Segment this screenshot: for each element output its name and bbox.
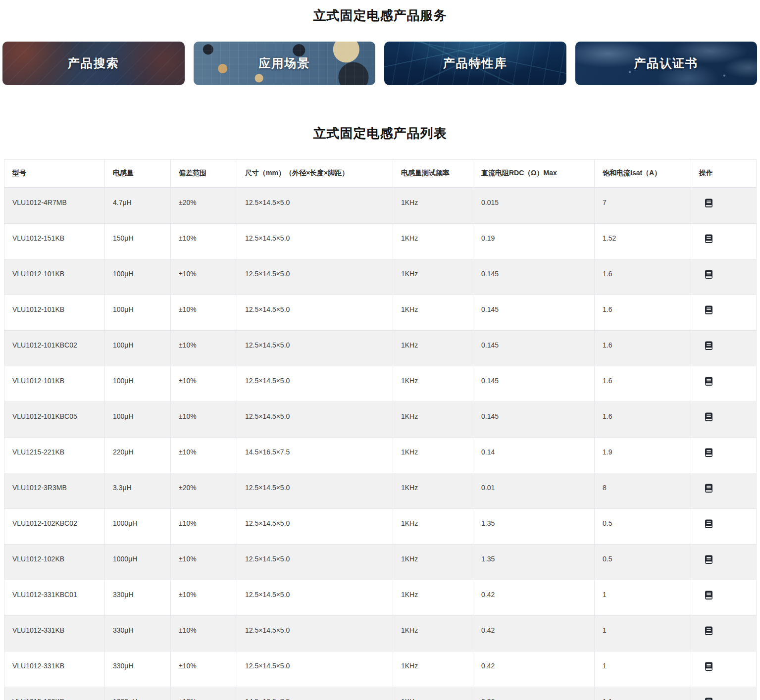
cell-isat: 1.1 xyxy=(595,687,691,700)
cell-model: VLU1012-101KBC02 xyxy=(4,331,105,366)
view-detail-button[interactable] xyxy=(705,698,713,700)
view-detail-button[interactable] xyxy=(705,377,713,386)
cell-action xyxy=(691,402,757,438)
table-row: VLU1012-4R7MB4.7μH±20%12.5×14.5×5.01KHz0… xyxy=(4,188,757,224)
cell-inductance: 330μH xyxy=(105,651,171,687)
view-detail-button[interactable] xyxy=(705,341,713,350)
cell-inductance: 1000μH xyxy=(105,545,171,580)
book-icon xyxy=(705,555,713,564)
view-detail-button[interactable] xyxy=(705,591,713,600)
banner-label: 应用场景 xyxy=(258,55,310,71)
cell-freq: 1KHz xyxy=(393,616,473,651)
cell-freq: 1KHz xyxy=(393,402,473,438)
cell-tolerance: ±10% xyxy=(171,259,237,295)
column-header: 型号 xyxy=(4,160,105,188)
book-icon xyxy=(705,662,713,671)
book-icon xyxy=(705,519,713,529)
cell-tolerance: ±10% xyxy=(171,295,237,331)
cell-isat: 1.6 xyxy=(595,366,691,402)
cell-isat: 1.6 xyxy=(595,295,691,331)
cell-tolerance: ±10% xyxy=(171,509,237,545)
book-icon xyxy=(705,698,713,700)
view-detail-button[interactable] xyxy=(705,626,713,636)
column-header: 饱和电流Isat（A） xyxy=(595,160,691,188)
cell-rdc: 0.01 xyxy=(473,473,595,509)
cell-tolerance: ±10% xyxy=(171,224,237,259)
cell-inductance: 330μH xyxy=(105,580,171,616)
cell-rdc: 0.19 xyxy=(473,224,595,259)
cell-rdc: 0.015 xyxy=(473,188,595,224)
cell-isat: 1.52 xyxy=(595,224,691,259)
cell-inductance: 330μH xyxy=(105,616,171,651)
banner-label: 产品搜索 xyxy=(68,55,119,71)
column-header: 电感量 xyxy=(105,160,171,188)
view-detail-button[interactable] xyxy=(705,305,713,315)
product-table-body: VLU1012-4R7MB4.7μH±20%12.5×14.5×5.01KHz0… xyxy=(4,188,757,700)
cell-rdc: 1.35 xyxy=(473,509,595,545)
book-icon xyxy=(705,270,713,279)
view-detail-button[interactable] xyxy=(705,555,713,564)
cell-tolerance: ±20% xyxy=(171,473,237,509)
table-row: VLU1012-151KB150μH±10%12.5×14.5×5.01KHz0… xyxy=(4,224,757,259)
cell-tolerance: ±10% xyxy=(171,438,237,473)
cell-rdc: 0.145 xyxy=(473,295,595,331)
cell-freq: 1KHz xyxy=(393,509,473,545)
column-header: 电感量测试频率 xyxy=(393,160,473,188)
banner-card-2[interactable]: 应用场景 xyxy=(194,42,376,85)
cell-size: 12.5×14.5×5.0 xyxy=(237,651,393,687)
cell-size: 12.5×14.5×5.0 xyxy=(237,331,393,366)
cell-inductance: 1000μH xyxy=(105,509,171,545)
cell-freq: 1KHz xyxy=(393,295,473,331)
cell-tolerance: ±10% xyxy=(171,366,237,402)
banner-card-4[interactable]: 产品认证书 xyxy=(575,42,758,85)
view-detail-button[interactable] xyxy=(705,519,713,529)
table-row: VLU1215-102KB1000μH±10%14.5×16.5×7.51KHz… xyxy=(4,687,757,700)
banner-label: 产品认证书 xyxy=(634,55,698,71)
view-detail-button[interactable] xyxy=(705,662,713,671)
cell-freq: 1KHz xyxy=(393,224,473,259)
cell-model: VLU1012-151KB xyxy=(4,224,105,259)
cell-size: 14.5×16.5×7.5 xyxy=(237,687,393,700)
cell-action xyxy=(691,188,757,224)
table-row: VLU1012-101KB100μH±10%12.5×14.5×5.01KHz0… xyxy=(4,259,757,295)
book-icon xyxy=(705,448,713,457)
view-detail-button[interactable] xyxy=(705,448,713,457)
product-table: 型号电感量偏差范围尺寸（mm）（外径×长度×脚距）电感量测试频率直流电阻RDC（… xyxy=(4,159,757,700)
cell-inductance: 100μH xyxy=(105,402,171,438)
cell-rdc: 0.14 xyxy=(473,438,595,473)
view-detail-button[interactable] xyxy=(705,484,713,493)
cell-action xyxy=(691,259,757,295)
view-detail-button[interactable] xyxy=(705,270,713,279)
cell-inductance: 100μH xyxy=(105,259,171,295)
cell-inductance: 100μH xyxy=(105,366,171,402)
cell-model: VLU1012-101KB xyxy=(4,295,105,331)
cell-action xyxy=(691,295,757,331)
cell-freq: 1KHz xyxy=(393,580,473,616)
cell-model: VLU1012-3R3MB xyxy=(4,473,105,509)
banner-card-1[interactable]: 产品搜索 xyxy=(2,42,185,85)
cell-rdc: 0.96 xyxy=(473,687,595,700)
book-icon xyxy=(705,305,713,315)
cell-size: 12.5×14.5×5.0 xyxy=(237,580,393,616)
view-detail-button[interactable] xyxy=(705,199,713,208)
book-icon xyxy=(705,199,713,208)
cell-model: VLU1012-101KB xyxy=(4,259,105,295)
cell-rdc: 0.42 xyxy=(473,651,595,687)
banner-card-3[interactable]: 产品特性库 xyxy=(384,42,566,85)
cell-model: VLU1215-102KB xyxy=(4,687,105,700)
cell-model: VLU1012-102KBC02 xyxy=(4,509,105,545)
view-detail-button[interactable] xyxy=(705,412,713,422)
cell-inductance: 100μH xyxy=(105,331,171,366)
cell-freq: 1KHz xyxy=(393,473,473,509)
cell-action xyxy=(691,473,757,509)
cell-size: 12.5×14.5×5.0 xyxy=(237,259,393,295)
cell-freq: 1KHz xyxy=(393,687,473,700)
book-icon xyxy=(705,377,713,386)
cell-isat: 1 xyxy=(595,616,691,651)
book-icon xyxy=(705,591,713,600)
cell-inductance: 3.3μH xyxy=(105,473,171,509)
list-title: 立式固定电感产品列表 xyxy=(0,125,760,142)
cell-model: VLU1012-101KBC05 xyxy=(4,402,105,438)
table-row: VLU1012-101KBC05100μH±10%12.5×14.5×5.01K… xyxy=(4,402,757,438)
view-detail-button[interactable] xyxy=(705,234,713,244)
